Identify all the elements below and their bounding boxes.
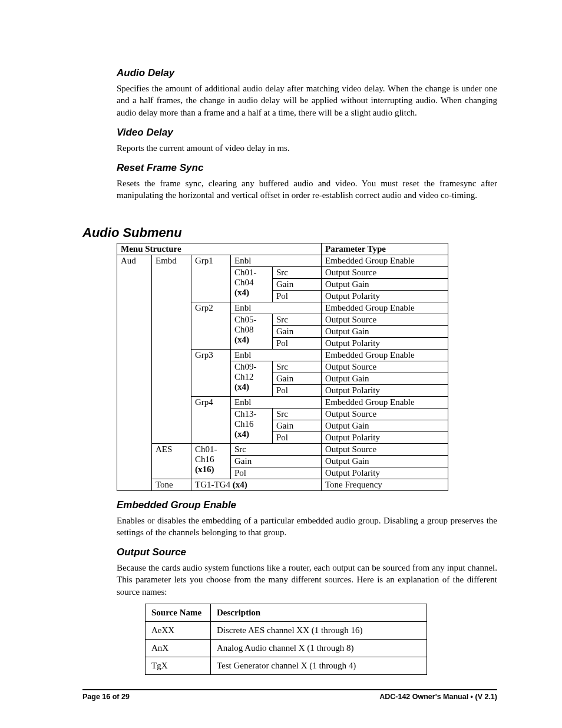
- cell-param: Tone Frequency: [322, 479, 448, 490]
- cell-enbl: Enbl: [231, 396, 322, 408]
- cell-param: Output Gain: [322, 420, 448, 431]
- heading-reset-frame-sync: Reset Frame Sync: [117, 162, 497, 174]
- cell-source-name: AnX: [146, 639, 211, 657]
- cell-grp4: Grp4: [191, 396, 231, 443]
- cell-param: Output Polarity: [322, 467, 448, 479]
- cell-aud: Aud: [117, 255, 152, 490]
- cell-param: Output Polarity: [322, 290, 448, 302]
- table-row: AnX Analog Audio channel X (1 through 8): [146, 639, 427, 657]
- footer-doc-title: ADC-142 Owner's Manual • (V 2.1): [379, 693, 497, 701]
- cell-grp2: Grp2: [191, 302, 231, 349]
- para-output-source: Because the cards audio system functions…: [117, 562, 497, 598]
- page-footer: Page 16 of 29 ADC-142 Owner's Manual • (…: [82, 689, 497, 701]
- cell-ch: Ch01-Ch04(x4): [231, 266, 273, 302]
- cell-p: Src: [273, 314, 322, 325]
- header-source-name: Source Name: [146, 604, 211, 621]
- cell-source-name: AeXX: [146, 621, 211, 639]
- header-parameter-type: Parameter Type: [322, 243, 448, 255]
- table-row: Aud Embd Grp1 Enbl Embedded Group Enable: [117, 255, 448, 266]
- cell-p: Pol: [273, 337, 322, 349]
- cell-ch: Ch13-Ch16(x4): [231, 408, 273, 443]
- table-row: Source Name Description: [146, 604, 427, 621]
- cell-ch: Ch09-Ch12(x4): [231, 361, 273, 396]
- cell-param: Output Source: [322, 314, 448, 325]
- cell-p: Pol: [273, 384, 322, 396]
- footer-page-number: Page 16 of 29: [82, 693, 130, 701]
- cell-grp3: Grp3: [191, 349, 231, 396]
- table-row: AeXX Discrete AES channel XX (1 through …: [146, 621, 427, 639]
- cell-param: Output Gain: [322, 373, 448, 384]
- cell-aes: AES: [152, 443, 191, 479]
- heading-video-delay: Video Delay: [117, 127, 497, 139]
- page: Audio Delay Specifies the amount of addi…: [0, 0, 562, 728]
- table-row: AES Ch01-Ch16(x16) Src Output Source: [117, 443, 448, 455]
- cell-param: Output Source: [322, 361, 448, 373]
- heading-audio-submenu: Audio Submenu: [82, 225, 497, 241]
- cell-param: Output Polarity: [322, 384, 448, 396]
- cell-param: Output Polarity: [322, 431, 448, 443]
- cell-p: Gain: [273, 325, 322, 337]
- table-row: TgX Test Generator channel X (1 through …: [146, 657, 427, 674]
- cell-embd: Embd: [152, 255, 191, 443]
- cell-param: Output Gain: [322, 455, 448, 467]
- para-reset-frame-sync: Resets the frame sync, clearing any buff…: [117, 177, 497, 202]
- para-video-delay: Reports the current amount of video dela…: [117, 142, 497, 154]
- cell-p: Gain: [231, 455, 322, 467]
- header-description: Description: [211, 604, 427, 621]
- cell-p: Gain: [273, 278, 322, 290]
- cell-aes-ch: Ch01-Ch16(x16): [191, 443, 231, 479]
- cell-p: Pol: [273, 431, 322, 443]
- cell-param: Output Source: [322, 408, 448, 420]
- table-row: Tone TG1-TG4 (x4) Tone Frequency: [117, 479, 448, 490]
- cell-description: Test Generator channel X (1 through 4): [211, 657, 427, 674]
- cell-param: Output Gain: [322, 278, 448, 290]
- cell-param: Embedded Group Enable: [322, 396, 448, 408]
- heading-output-source: Output Source: [117, 546, 497, 558]
- cell-p: Src: [273, 408, 322, 420]
- cell-enbl: Enbl: [231, 302, 322, 314]
- cell-p: Gain: [273, 420, 322, 431]
- cell-p: Src: [273, 266, 322, 278]
- cell-ch: Ch05-Ch08(x4): [231, 314, 273, 349]
- cell-p: Pol: [273, 290, 322, 302]
- heading-embedded-group-enable: Embedded Group Enable: [117, 499, 497, 511]
- para-embedded-group-enable: Enables or disables the embedding of a p…: [117, 515, 497, 539]
- cell-source-name: TgX: [146, 657, 211, 674]
- cell-enbl: Enbl: [231, 349, 322, 361]
- cell-param: Embedded Group Enable: [322, 302, 448, 314]
- cell-param: Output Source: [322, 266, 448, 278]
- cell-p: Src: [273, 361, 322, 373]
- cell-param: Embedded Group Enable: [322, 255, 448, 266]
- source-name-table: Source Name Description AeXX Discrete AE…: [145, 604, 427, 675]
- menu-structure-table: Menu Structure Parameter Type Aud Embd G…: [117, 243, 448, 491]
- heading-audio-delay: Audio Delay: [117, 67, 497, 79]
- cell-description: Analog Audio channel X (1 through 8): [211, 639, 427, 657]
- table-row: Menu Structure Parameter Type: [117, 243, 448, 255]
- cell-description: Discrete AES channel XX (1 through 16): [211, 621, 427, 639]
- cell-grp1: Grp1: [191, 255, 231, 302]
- cell-tone-range: TG1-TG4 (x4): [191, 479, 322, 490]
- cell-tone: Tone: [152, 479, 191, 490]
- para-audio-delay: Specifies the amount of additional audio…: [117, 83, 497, 118]
- cell-param: Output Source: [322, 443, 448, 455]
- cell-p: Gain: [273, 373, 322, 384]
- cell-p: Pol: [231, 467, 322, 479]
- cell-param: Embedded Group Enable: [322, 349, 448, 361]
- cell-param: Output Polarity: [322, 337, 448, 349]
- cell-p: Src: [231, 443, 322, 455]
- cell-param: Output Gain: [322, 325, 448, 337]
- cell-enbl: Enbl: [231, 255, 322, 266]
- header-menu-structure: Menu Structure: [117, 243, 322, 255]
